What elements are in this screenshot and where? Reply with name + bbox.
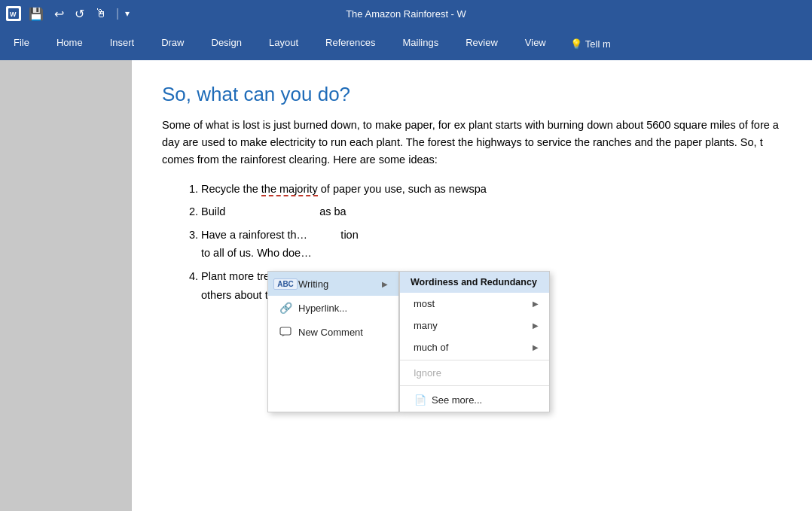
list-item: Build as ba: [201, 202, 782, 221]
document-area: So, what can you do? Some of what is los…: [0, 60, 812, 511]
submenu-item-ignore: Ignore: [400, 362, 549, 384]
see-more-icon: 📄: [414, 393, 427, 406]
save-icon: 💾: [29, 8, 44, 20]
tab-review[interactable]: Review: [452, 27, 511, 60]
word-icon: W: [6, 6, 21, 21]
highlighted-text: the majority: [261, 183, 318, 196]
dropdown-chevron-icon[interactable]: ▾: [125, 8, 130, 19]
tab-view[interactable]: View: [511, 27, 560, 60]
much-of-label: much of: [414, 342, 448, 353]
context-menu: ABC Writing ▶ 🔗 Hyperlink...: [267, 271, 399, 412]
document-content[interactable]: So, what can you do? Some of what is los…: [132, 60, 812, 511]
context-menu-item-new-comment[interactable]: New Comment: [268, 320, 398, 344]
context-menu-container: ABC Writing ▶ 🔗 Hyperlink...: [267, 271, 550, 412]
comment-icon: [279, 325, 292, 339]
many-label: many: [414, 320, 438, 331]
new-comment-label: New Comment: [298, 327, 363, 338]
tab-references[interactable]: References: [312, 27, 389, 60]
hyperlink-icon: 🔗: [279, 301, 292, 315]
submenu-item-much-of[interactable]: much of ▶: [400, 336, 549, 358]
list-item: Have a rainforest th… tionto all of us. …: [201, 226, 782, 263]
svg-rect-2: [280, 327, 291, 335]
section-heading: So, what can you do?: [162, 83, 782, 106]
tab-insert[interactable]: Insert: [96, 27, 148, 60]
tab-design[interactable]: Design: [198, 27, 255, 60]
list-item: Recycle the the majority of paper you us…: [201, 180, 782, 199]
tell-me-box[interactable]: 💡 Tell m: [560, 27, 621, 60]
most-chevron-icon: ▶: [533, 300, 539, 308]
custom-icon: 🖱: [95, 7, 107, 20]
most-label: most: [414, 298, 435, 309]
much-of-chevron-icon: ▶: [533, 343, 539, 351]
ignore-label: Ignore: [414, 367, 441, 379]
submenu-item-see-more[interactable]: 📄 See more...: [400, 388, 549, 412]
undo-icon: ↩: [54, 8, 64, 20]
context-menu-item-hyperlink[interactable]: 🔗 Hyperlink...: [268, 296, 398, 320]
redo-button[interactable]: ↺: [72, 5, 87, 23]
save-button[interactable]: 💾: [26, 5, 47, 23]
submenu-header: Wordiness and Redundancy: [400, 272, 549, 293]
tab-home[interactable]: Home: [43, 27, 96, 60]
see-more-label: See more...: [432, 394, 482, 406]
writing-chevron-icon: ▶: [382, 280, 388, 288]
body-paragraph: Some of what is lost is just burned down…: [162, 117, 782, 169]
submenu-divider: [400, 360, 549, 360]
submenu: Wordiness and Redundancy most ▶ many ▶ m…: [399, 271, 550, 412]
lightbulb-icon: 💡: [570, 38, 582, 50]
tab-file[interactable]: File: [0, 27, 43, 60]
title-bar: W 💾 ↩ ↺ 🖱 | ▾ The Amazon Rainforest - W: [0, 0, 812, 27]
undo-button[interactable]: ↩: [51, 5, 67, 23]
svg-text:W: W: [10, 11, 17, 18]
tab-mailings[interactable]: Mailings: [389, 27, 453, 60]
tab-draw[interactable]: Draw: [148, 27, 197, 60]
redo-icon: ↺: [75, 8, 84, 20]
separator: |: [116, 7, 119, 20]
hyperlink-label: Hyperlink...: [298, 303, 347, 314]
context-menu-item-writing[interactable]: ABC Writing ▶: [268, 272, 398, 296]
writing-label: Writing: [298, 278, 328, 290]
tell-me-label: Tell m: [585, 38, 611, 50]
ribbon: File Home Insert Draw Design Layout Refe…: [0, 27, 812, 60]
left-margin: [0, 60, 132, 511]
writing-badge-icon: ABC: [279, 277, 292, 290]
custom-toolbar-button[interactable]: 🖱: [92, 5, 110, 22]
submenu-item-most[interactable]: most ▶: [400, 293, 549, 315]
many-chevron-icon: ▶: [533, 321, 539, 330]
tab-layout[interactable]: Layout: [255, 27, 312, 60]
title-bar-left: W 💾 ↩ ↺ 🖱 | ▾: [6, 5, 130, 23]
document-title: The Amazon Rainforest - W: [346, 8, 466, 20]
submenu-divider-2: [400, 385, 549, 386]
submenu-item-many[interactable]: many ▶: [400, 315, 549, 336]
